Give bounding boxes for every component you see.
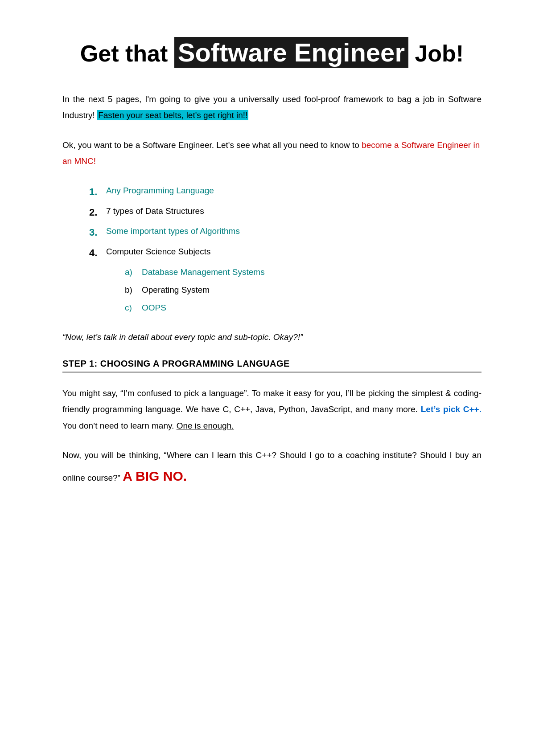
list-item-4: 4. Computer Science Subjects — [89, 244, 482, 262]
list-item-1: 1. Any Programming Language — [89, 183, 482, 201]
step1-para1-blue: Let’s pick C++. — [421, 405, 482, 414]
title-highlight: Software Engineer — [174, 37, 408, 68]
list-num-4: 4. — [89, 244, 103, 262]
sub-label-c: c) — [125, 300, 138, 316]
sub-list: a) Database Management Systems b) Operat… — [125, 264, 482, 316]
intro-paragraph-2: Ok, you want to be a Software Engineer. … — [62, 137, 482, 169]
list-text-4: Computer Science Subjects — [106, 244, 210, 260]
intro-paragraph-1: In the next 5 pages, I'm going to give y… — [62, 91, 482, 123]
sub-label-a: a) — [125, 264, 138, 280]
sub-list-item-b: b) Operating System — [125, 282, 482, 298]
step1-para1-after: You don’t need to learn many. — [62, 421, 177, 430]
list-num-3: 3. — [89, 223, 103, 242]
sub-text-c: OOPS — [142, 300, 166, 316]
main-list: 1. Any Programming Language 2. 7 types o… — [89, 183, 482, 316]
list-text-3: Some important types of Algorithms — [106, 223, 240, 239]
title-part2: Job! — [408, 41, 464, 66]
list-num-1: 1. — [89, 183, 103, 201]
step1-paragraph-1: You might say, “I’m confused to pick a l… — [62, 385, 482, 433]
main-title: Get that Software Engineer Job! — [62, 36, 482, 69]
page: Get that Software Engineer Job! In the n… — [0, 0, 535, 756]
title-part1: Get that — [80, 41, 174, 66]
sub-list-item-a: a) Database Management Systems — [125, 264, 482, 280]
list-item-2: 2. 7 types of Data Structures — [89, 203, 482, 222]
sub-list-item-c: c) OOPS — [125, 300, 482, 316]
list-num-2: 2. — [89, 203, 103, 222]
list-item-3: 3. Some important types of Algorithms — [89, 223, 482, 242]
step1-paragraph-2: Now, you will be thinking, “Where can I … — [62, 447, 482, 489]
step1-big-red: A BIG NO. — [123, 469, 187, 483]
intro-para2-text: Ok, you want to be a Software Engineer. … — [62, 140, 362, 150]
step1-para1-text: You might say, “I’m confused to pick a l… — [62, 388, 482, 414]
sub-label-b: b) — [125, 282, 138, 298]
step1-para1-underline: One is enough. — [177, 421, 234, 430]
sub-text-b: Operating System — [142, 282, 210, 298]
sub-text-a: Database Management Systems — [142, 264, 265, 280]
list-text-2: 7 types of Data Structures — [106, 203, 204, 219]
intro-highlight: Fasten your seat belts, let's get right … — [97, 110, 248, 120]
list-text-1: Any Programming Language — [106, 183, 214, 199]
italic-quote: “Now, let’s talk in detail about every t… — [62, 329, 482, 345]
step1-heading: STEP 1: CHOOSING A PROGRAMMING LANGUAGE — [62, 359, 482, 373]
